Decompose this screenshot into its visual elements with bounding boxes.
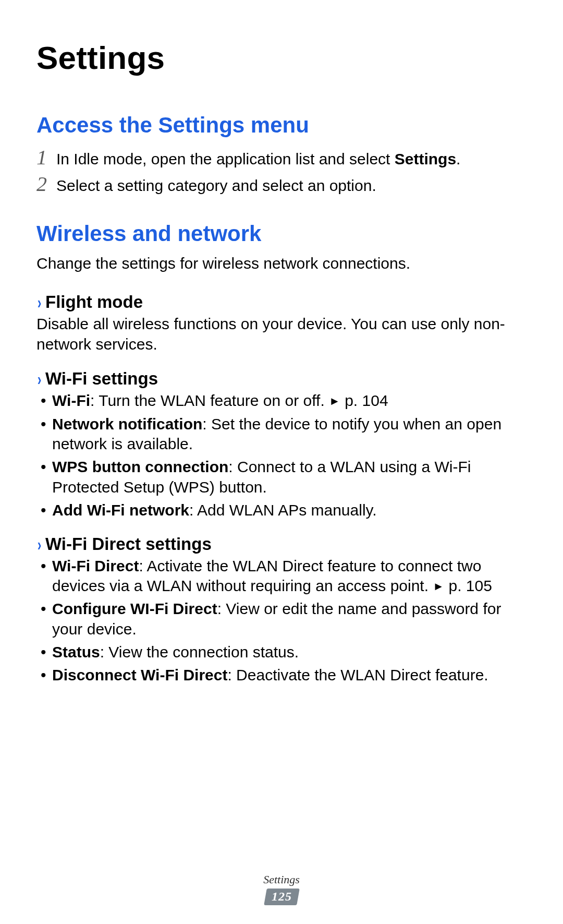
step-post: . — [456, 150, 460, 167]
step-pre: In Idle mode, open the application list … — [56, 150, 395, 167]
step-text: In Idle mode, open the application list … — [56, 149, 460, 169]
desc-pre: : Deactivate the WLAN Direct feature. — [227, 666, 488, 683]
wifi-direct-list: Wi-Fi Direct: Activate the WLAN Direct f… — [36, 556, 527, 686]
step-pre: Select a setting category and select an … — [56, 177, 376, 194]
list-item: Status: View the connection status. — [52, 642, 527, 662]
page-number-badge: 125 — [264, 889, 300, 905]
desc-pre: : View the connection status. — [100, 643, 299, 661]
term: Configure WI-Fi Direct — [52, 600, 217, 617]
desc-post: p. 104 — [340, 392, 388, 409]
subheading-text: Wi-Fi Direct settings — [45, 534, 212, 554]
page: Settings Access the Settings menu 1 In I… — [0, 0, 563, 924]
term: Disconnect Wi-Fi Direct — [52, 666, 227, 683]
subheading-text: Flight mode — [45, 292, 143, 312]
subheading-wifi-direct: › Wi-Fi Direct settings — [36, 534, 527, 554]
step-number: 1 — [36, 145, 56, 170]
list-item: Add Wi-Fi network: Add WLAN APs manually… — [52, 500, 527, 520]
flight-mode-body: Disable all wireless functions on your d… — [36, 314, 527, 354]
list-item: Configure WI-Fi Direct: View or edit the… — [52, 599, 527, 639]
subheading-wifi-settings: › Wi-Fi settings — [36, 369, 527, 389]
page-number: 125 — [272, 890, 292, 904]
step-2: 2 Select a setting category and select a… — [36, 172, 527, 196]
section-intro: Change the settings for wireless network… — [36, 254, 527, 273]
footer-section-label: Settings — [0, 873, 563, 886]
section-heading-access: Access the Settings menu — [36, 113, 527, 138]
term: WPS button connection — [52, 458, 228, 475]
chevron-icon: › — [38, 370, 42, 388]
subheading-text: Wi-Fi settings — [45, 369, 158, 389]
section-heading-wireless: Wireless and network — [36, 221, 527, 246]
list-item: Network notification: Set the device to … — [52, 414, 527, 454]
list-item: WPS button connection: Connect to a WLAN… — [52, 457, 527, 497]
wifi-settings-list: Wi-Fi: Turn the WLAN feature on or off. … — [36, 391, 527, 520]
list-item: Wi-Fi Direct: Activate the WLAN Direct f… — [52, 556, 527, 596]
step-number: 2 — [36, 172, 56, 196]
desc-pre: : Add WLAN APs manually. — [189, 501, 377, 519]
page-footer: Settings 125 — [0, 873, 563, 905]
chevron-icon: › — [38, 536, 42, 553]
list-item: Disconnect Wi-Fi Direct: Deactivate the … — [52, 665, 527, 685]
steps-list: 1 In Idle mode, open the application lis… — [36, 145, 527, 196]
triangle-icon: ► — [329, 394, 340, 409]
term: Add Wi-Fi network — [52, 501, 189, 519]
triangle-icon: ► — [433, 579, 444, 594]
list-item: Wi-Fi: Turn the WLAN feature on or off. … — [52, 391, 527, 411]
term: Status — [52, 643, 100, 661]
term: Wi-Fi — [52, 392, 90, 409]
step-bold: Settings — [395, 150, 456, 167]
subheading-flight-mode: › Flight mode — [36, 292, 527, 312]
desc-pre: : Turn the WLAN feature on or off. — [90, 392, 329, 409]
step-1: 1 In Idle mode, open the application lis… — [36, 145, 527, 170]
step-text: Select a setting category and select an … — [56, 176, 376, 196]
term: Network notification — [52, 415, 202, 433]
desc-post: p. 105 — [444, 577, 492, 594]
page-title: Settings — [36, 39, 527, 76]
chevron-icon: › — [38, 294, 42, 311]
term: Wi-Fi Direct — [52, 557, 139, 574]
